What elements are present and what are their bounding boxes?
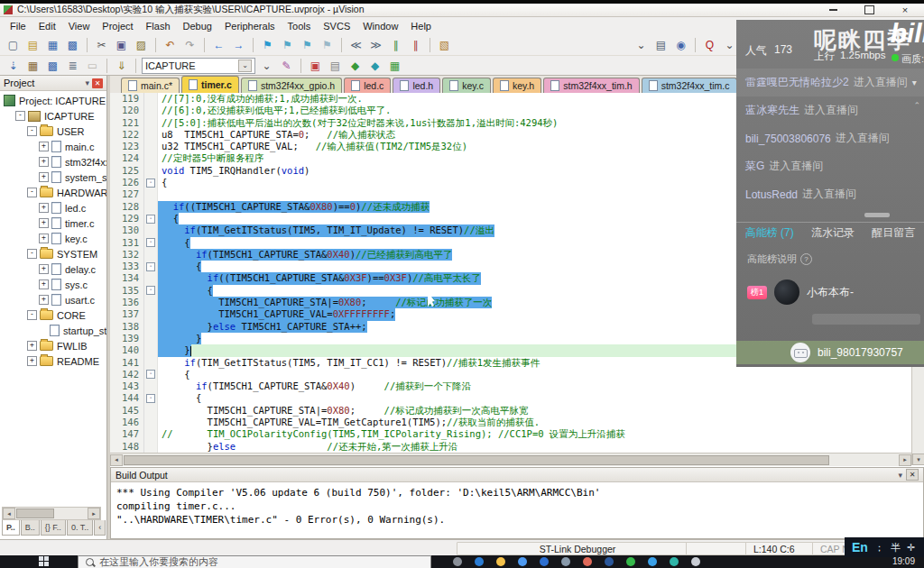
tree-item-key-c[interactable]: +key.c — [0, 231, 106, 246]
tree-item-user[interactable]: -USER — [0, 124, 106, 139]
expander-icon[interactable]: + — [27, 356, 37, 366]
toolbar-bookmark-prev-icon[interactable]: ⚑ — [279, 37, 296, 53]
panel-tab[interactable]: B.. — [21, 520, 40, 536]
scroll-right-icon[interactable]: ▸ — [88, 508, 100, 519]
toolbar-undo-icon[interactable]: ↶ — [162, 37, 179, 53]
toolbar-configure-icon[interactable]: ▧ — [436, 37, 453, 53]
menu-item-help[interactable]: Help — [404, 19, 438, 33]
code-line[interactable]: 145 TIM5CH1_CAPTURE_STA|=0X80; //标记成功捕获到… — [110, 405, 924, 417]
expander-icon[interactable]: + — [39, 264, 49, 274]
taskbar-word-icon[interactable] — [605, 557, 614, 566]
toolbar-manage-components-icon[interactable]: ▣ — [307, 58, 324, 74]
toolbar-target-dd-check-icon[interactable]: ⌄ — [258, 58, 275, 74]
chevron-down-icon[interactable]: ▾ — [912, 78, 917, 87]
overlay-tab[interactable]: 醒目留言 — [872, 225, 915, 241]
expander-icon[interactable]: + — [39, 142, 49, 151]
chat-scroll-up-icon[interactable]: ⌃ — [913, 101, 920, 110]
expander-icon[interactable]: + — [39, 203, 49, 213]
tree-item-readme[interactable]: +README — [0, 353, 106, 369]
toolbar-browse-icon[interactable]: ◉ — [672, 37, 689, 53]
toolbar-indent-icon[interactable]: ≫ — [367, 37, 384, 53]
overlay-tab[interactable]: 高能榜 (7) — [745, 225, 794, 241]
tree-item-stm32f4xx-[interactable]: +stm32f4xx_ — [0, 154, 106, 169]
expander-icon[interactable]: - — [27, 249, 37, 259]
toolbar-new-file-icon[interactable]: ▢ — [5, 37, 22, 53]
taskbar-chrome-icon[interactable] — [518, 557, 527, 566]
overlay-tab[interactable]: 流水记录 — [811, 225, 855, 241]
rank-row[interactable]: 榜1小布本布- — [736, 274, 924, 310]
menu-item-svcs[interactable]: SVCS — [317, 19, 356, 33]
fold-icon[interactable]: - — [146, 394, 155, 403]
menu-item-window[interactable]: Window — [356, 19, 404, 33]
panel-tab[interactable]: P.. — [2, 520, 20, 536]
toolbar-nav-back-icon[interactable]: ← — [210, 37, 227, 53]
toolbar-stop-build-icon[interactable]: ▭ — [84, 58, 101, 74]
tree-item-sys-c[interactable]: +sys.c — [0, 277, 106, 292]
toolbar-flash-download-icon[interactable]: ⇓ — [113, 58, 130, 74]
panel-tab[interactable]: 0. T.. — [67, 520, 93, 536]
menu-item-edit[interactable]: Edit — [32, 19, 62, 33]
tree-item-system[interactable]: -SYSTEM — [0, 246, 106, 261]
toolbar-unindent-icon[interactable]: ≪ — [347, 37, 365, 53]
tree-item-system-stm[interactable]: +system_stm — [0, 169, 106, 185]
taskbar-browser-icon[interactable] — [453, 557, 462, 566]
tree-item-startup-stm[interactable]: startup_stm — [0, 323, 106, 338]
ime-indicator[interactable]: En ； 半 ✛ — [845, 537, 924, 557]
tree-item-hardware[interactable]: -HARDWARE — [0, 185, 106, 200]
code-line[interactable]: 143 if(TIM5CH1_CAPTURE_STA&0X40) //捕获到一个… — [110, 380, 924, 392]
toolbar-find-in-files-icon[interactable]: ▤ — [652, 37, 670, 53]
maximize-button[interactable] — [859, 5, 879, 15]
chevron-down-icon[interactable]: ⌄ — [238, 60, 252, 72]
taskbar-qq-icon[interactable] — [648, 557, 657, 566]
editor-tab-timer-c[interactable]: timer.c — [181, 76, 239, 93]
toolbar-paste-icon[interactable]: ▨ — [133, 37, 150, 53]
toolbar-build-icon[interactable]: ▦ — [24, 58, 42, 74]
scroll-left-icon[interactable]: ◂ — [3, 508, 15, 519]
close-panel-icon[interactable]: ✕ — [906, 469, 919, 481]
rank-hint[interactable]: 高能榜说明 ? — [747, 252, 812, 266]
tree-item-fwlib[interactable]: +FWLIB — [0, 338, 106, 353]
toolbar-templates-icon[interactable]: ◆ — [366, 58, 383, 74]
scroll-down-icon[interactable]: ▾ — [912, 453, 924, 465]
toolbar-copy-icon[interactable]: ▣ — [113, 37, 130, 53]
taskbar-cloud-icon[interactable] — [540, 557, 549, 566]
expander-icon[interactable]: + — [39, 295, 49, 305]
tree-item-icapture[interactable]: -ICAPTURE — [0, 108, 106, 124]
expander-icon[interactable]: + — [39, 172, 49, 182]
toolbar-comment-icon[interactable]: ∥ — [387, 37, 404, 53]
taskbar-lock-icon[interactable] — [561, 557, 570, 566]
editor-tab-main-c-[interactable]: main.c* — [121, 78, 180, 93]
editor-tab-stm32f4xx-tim-h[interactable]: stm32f4xx_tim.h — [543, 78, 639, 93]
menu-item-view[interactable]: View — [62, 19, 97, 33]
scroll-right-icon[interactable]: ▸ — [899, 454, 911, 466]
editor-tab-key-h[interactable]: key.h — [493, 78, 541, 93]
toolbar-manage-books-icon[interactable]: ▤ — [327, 58, 344, 74]
scroll-left-icon[interactable]: ◂ — [110, 454, 123, 466]
editor-tab-stm32f4xx-tim-c[interactable]: stm32f4xx_tim.c — [642, 78, 737, 93]
editor-tab-key-c[interactable]: key.c — [442, 78, 491, 93]
tree-item-project-icapture[interactable]: Project: ICAPTURE — [0, 93, 106, 108]
toolbar-bookmark-toggle-icon[interactable]: ⚑ — [259, 37, 276, 53]
expander-icon[interactable]: + — [39, 279, 49, 289]
pin-icon[interactable]: ▾ — [898, 471, 902, 480]
expander-icon[interactable]: + — [39, 157, 49, 167]
tree-item-usart-c[interactable]: +usart.c — [0, 292, 106, 307]
minimize-button[interactable] — [823, 5, 843, 15]
target-select[interactable]: ICAPTURE⌄ — [142, 58, 255, 74]
toolbar-translate-file-icon[interactable]: ⇣ — [5, 58, 22, 74]
tree-item-core[interactable]: -CORE — [0, 307, 106, 323]
tree-item-timer-c[interactable]: +timer.c — [0, 215, 106, 231]
toolbar-rebuild-icon[interactable]: ▩ — [44, 58, 61, 74]
tree-item-delay-c[interactable]: +delay.c — [0, 261, 106, 277]
fold-icon[interactable]: - — [146, 215, 155, 224]
fold-icon[interactable]: - — [146, 238, 155, 247]
expander-icon[interactable]: - — [15, 111, 25, 121]
fold-icon[interactable]: - — [146, 370, 155, 379]
panel-drag-handle[interactable] — [864, 213, 890, 217]
close-panel-icon[interactable]: ✕ — [92, 78, 103, 88]
taskbar-wechat-icon[interactable] — [626, 557, 635, 566]
toolbar-save-all-icon[interactable]: ▩ — [64, 37, 81, 53]
menu-item-file[interactable]: File — [4, 19, 32, 33]
ime-settings-icon[interactable]: ✛ — [907, 542, 915, 554]
toolbar-cut-icon[interactable]: ✂ — [93, 37, 110, 53]
